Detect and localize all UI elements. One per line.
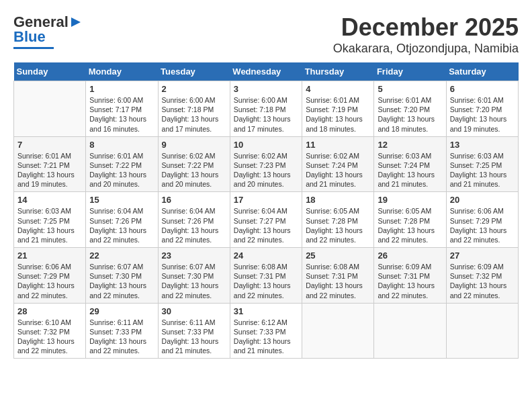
calendar-cell: 26Sunrise: 6:09 AM Sunset: 7:31 PM Dayli… xyxy=(374,248,446,304)
weekday-header: Tuesday xyxy=(158,62,230,81)
calendar-cell: 30Sunrise: 6:11 AM Sunset: 7:33 PM Dayli… xyxy=(158,303,230,359)
calendar-week-row: 28Sunrise: 6:10 AM Sunset: 7:32 PM Dayli… xyxy=(14,303,519,359)
calendar-cell: 11Sunrise: 6:02 AM Sunset: 7:24 PM Dayli… xyxy=(302,136,374,192)
cell-info: Sunrise: 6:01 AM Sunset: 7:22 PM Dayligh… xyxy=(89,151,154,189)
day-number: 6 xyxy=(450,84,515,94)
cell-info: Sunrise: 6:02 AM Sunset: 7:22 PM Dayligh… xyxy=(162,151,226,189)
calendar-cell: 22Sunrise: 6:07 AM Sunset: 7:30 PM Dayli… xyxy=(86,248,158,304)
day-number: 23 xyxy=(162,250,226,261)
calendar-cell: 6Sunrise: 6:01 AM Sunset: 7:20 PM Daylig… xyxy=(446,81,518,137)
cell-info: Sunrise: 6:00 AM Sunset: 7:18 PM Dayligh… xyxy=(162,95,226,134)
calendar-cell: 5Sunrise: 6:01 AM Sunset: 7:20 PM Daylig… xyxy=(374,81,446,137)
cell-info: Sunrise: 6:07 AM Sunset: 7:30 PM Dayligh… xyxy=(162,262,226,300)
calendar-cell xyxy=(14,81,86,137)
calendar-week-row: 7Sunrise: 6:01 AM Sunset: 7:21 PM Daylig… xyxy=(14,136,519,192)
day-number: 25 xyxy=(306,250,370,261)
weekday-header: Saturday xyxy=(446,62,518,81)
day-number: 8 xyxy=(89,140,154,150)
day-number: 19 xyxy=(378,195,442,205)
calendar-cell: 20Sunrise: 6:06 AM Sunset: 7:29 PM Dayli… xyxy=(446,192,518,248)
day-number: 16 xyxy=(162,195,226,205)
cell-info: Sunrise: 6:10 AM Sunset: 7:32 PM Dayligh… xyxy=(17,318,82,356)
calendar-cell xyxy=(374,303,446,359)
day-number: 29 xyxy=(89,306,154,316)
calendar-cell xyxy=(446,303,518,359)
day-number: 11 xyxy=(306,140,370,150)
cell-info: Sunrise: 6:09 AM Sunset: 7:31 PM Dayligh… xyxy=(378,262,442,300)
cell-info: Sunrise: 6:02 AM Sunset: 7:23 PM Dayligh… xyxy=(234,151,298,189)
weekday-header: Thursday xyxy=(302,62,374,81)
calendar-cell: 28Sunrise: 6:10 AM Sunset: 7:32 PM Dayli… xyxy=(14,303,86,359)
calendar-cell: 29Sunrise: 6:11 AM Sunset: 7:33 PM Dayli… xyxy=(86,303,158,359)
calendar-cell: 19Sunrise: 6:05 AM Sunset: 7:28 PM Dayli… xyxy=(374,192,446,248)
cell-info: Sunrise: 6:04 AM Sunset: 7:26 PM Dayligh… xyxy=(89,206,154,244)
cell-info: Sunrise: 6:04 AM Sunset: 7:26 PM Dayligh… xyxy=(162,206,226,244)
calendar-cell: 24Sunrise: 6:08 AM Sunset: 7:31 PM Dayli… xyxy=(230,248,302,304)
cell-info: Sunrise: 6:06 AM Sunset: 7:29 PM Dayligh… xyxy=(17,262,82,300)
calendar-cell: 27Sunrise: 6:09 AM Sunset: 7:32 PM Dayli… xyxy=(446,248,518,304)
day-number: 2 xyxy=(162,84,226,94)
cell-info: Sunrise: 6:06 AM Sunset: 7:29 PM Dayligh… xyxy=(450,206,515,244)
calendar-cell: 4Sunrise: 6:01 AM Sunset: 7:19 PM Daylig… xyxy=(302,81,374,137)
day-number: 9 xyxy=(162,140,226,150)
logo: General Blue xyxy=(13,13,82,49)
logo-arrow-icon xyxy=(70,16,82,28)
day-number: 12 xyxy=(378,140,442,150)
cell-info: Sunrise: 6:12 AM Sunset: 7:33 PM Dayligh… xyxy=(234,318,298,356)
day-number: 13 xyxy=(450,140,515,150)
cell-info: Sunrise: 6:01 AM Sunset: 7:20 PM Dayligh… xyxy=(378,95,442,134)
calendar-cell: 1Sunrise: 6:00 AM Sunset: 7:17 PM Daylig… xyxy=(86,81,158,137)
calendar-cell: 23Sunrise: 6:07 AM Sunset: 7:30 PM Dayli… xyxy=(158,248,230,304)
cell-info: Sunrise: 6:01 AM Sunset: 7:19 PM Dayligh… xyxy=(306,95,370,134)
cell-info: Sunrise: 6:04 AM Sunset: 7:27 PM Dayligh… xyxy=(234,206,298,244)
day-number: 21 xyxy=(17,250,82,261)
calendar-cell: 8Sunrise: 6:01 AM Sunset: 7:22 PM Daylig… xyxy=(86,136,158,192)
cell-info: Sunrise: 6:03 AM Sunset: 7:25 PM Dayligh… xyxy=(17,206,82,244)
weekday-header: Friday xyxy=(374,62,446,81)
title-section: December 2025 Okakarara, Otjozondjupa, N… xyxy=(333,13,519,56)
cell-info: Sunrise: 6:07 AM Sunset: 7:30 PM Dayligh… xyxy=(89,262,154,300)
calendar-table: SundayMondayTuesdayWednesdayThursdayFrid… xyxy=(13,62,519,359)
logo-underline xyxy=(13,47,54,49)
day-number: 4 xyxy=(306,84,370,94)
calendar-cell: 17Sunrise: 6:04 AM Sunset: 7:27 PM Dayli… xyxy=(230,192,302,248)
day-number: 3 xyxy=(234,84,298,94)
cell-info: Sunrise: 6:11 AM Sunset: 7:33 PM Dayligh… xyxy=(89,318,154,356)
calendar-cell: 18Sunrise: 6:05 AM Sunset: 7:28 PM Dayli… xyxy=(302,192,374,248)
day-number: 30 xyxy=(162,306,226,316)
cell-info: Sunrise: 6:03 AM Sunset: 7:25 PM Dayligh… xyxy=(450,151,515,189)
calendar-week-row: 14Sunrise: 6:03 AM Sunset: 7:25 PM Dayli… xyxy=(14,192,519,248)
cell-info: Sunrise: 6:00 AM Sunset: 7:18 PM Dayligh… xyxy=(234,95,298,134)
cell-info: Sunrise: 6:08 AM Sunset: 7:31 PM Dayligh… xyxy=(234,262,298,300)
weekday-header: Sunday xyxy=(14,62,86,81)
cell-info: Sunrise: 6:01 AM Sunset: 7:21 PM Dayligh… xyxy=(17,151,82,189)
weekday-header: Wednesday xyxy=(230,62,302,81)
calendar-cell: 21Sunrise: 6:06 AM Sunset: 7:29 PM Dayli… xyxy=(14,248,86,304)
svg-marker-0 xyxy=(71,17,81,27)
cell-info: Sunrise: 6:02 AM Sunset: 7:24 PM Dayligh… xyxy=(306,151,370,189)
day-number: 14 xyxy=(17,195,82,205)
day-number: 22 xyxy=(89,250,154,261)
calendar-cell: 3Sunrise: 6:00 AM Sunset: 7:18 PM Daylig… xyxy=(230,81,302,137)
day-number: 1 xyxy=(89,84,154,94)
calendar-cell: 12Sunrise: 6:03 AM Sunset: 7:24 PM Dayli… xyxy=(374,136,446,192)
day-number: 10 xyxy=(234,140,298,150)
day-number: 20 xyxy=(450,195,515,205)
calendar-cell: 14Sunrise: 6:03 AM Sunset: 7:25 PM Dayli… xyxy=(14,192,86,248)
calendar-cell: 7Sunrise: 6:01 AM Sunset: 7:21 PM Daylig… xyxy=(14,136,86,192)
calendar-cell: 15Sunrise: 6:04 AM Sunset: 7:26 PM Dayli… xyxy=(86,192,158,248)
calendar-week-row: 21Sunrise: 6:06 AM Sunset: 7:29 PM Dayli… xyxy=(14,248,519,304)
day-number: 15 xyxy=(89,195,154,205)
calendar-cell: 16Sunrise: 6:04 AM Sunset: 7:26 PM Dayli… xyxy=(158,192,230,248)
logo-text: Blue xyxy=(13,28,46,46)
calendar-cell xyxy=(302,303,374,359)
day-number: 17 xyxy=(234,195,298,205)
calendar-cell: 10Sunrise: 6:02 AM Sunset: 7:23 PM Dayli… xyxy=(230,136,302,192)
cell-info: Sunrise: 6:05 AM Sunset: 7:28 PM Dayligh… xyxy=(306,206,370,244)
cell-info: Sunrise: 6:01 AM Sunset: 7:20 PM Dayligh… xyxy=(450,95,515,134)
day-number: 31 xyxy=(234,306,298,316)
calendar-cell: 9Sunrise: 6:02 AM Sunset: 7:22 PM Daylig… xyxy=(158,136,230,192)
cell-info: Sunrise: 6:03 AM Sunset: 7:24 PM Dayligh… xyxy=(378,151,442,189)
day-number: 7 xyxy=(17,140,82,150)
month-title: December 2025 xyxy=(333,13,519,42)
